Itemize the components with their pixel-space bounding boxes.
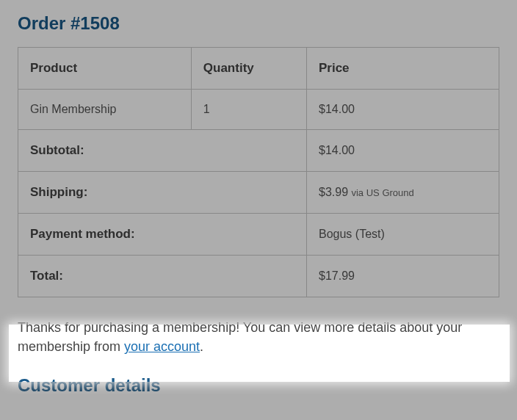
- total-label: Total:: [18, 256, 307, 297]
- table-row: Total: $17.99: [18, 256, 499, 297]
- order-details-table: Product Quantity Price Gin Membership 1 …: [18, 47, 499, 297]
- payment-label: Payment method:: [18, 214, 307, 256]
- line-item-qty: 1: [191, 90, 306, 130]
- membership-thanks-message: Thanks for purchasing a membership! You …: [18, 316, 499, 358]
- thanks-text-pre: Thanks for purchasing a membership! You …: [18, 320, 462, 354]
- table-row: Subtotal: $14.00: [18, 130, 499, 172]
- table-row: Gin Membership 1 $14.00: [18, 90, 499, 130]
- line-item-price: $14.00: [306, 90, 499, 130]
- table-row: Payment method: Bogus (Test): [18, 214, 499, 256]
- payment-value: Bogus (Test): [306, 214, 499, 256]
- subtotal-value: $14.00: [306, 130, 499, 172]
- total-value: $17.99: [306, 256, 499, 297]
- thanks-text-post: .: [200, 339, 203, 354]
- col-quantity: Quantity: [191, 48, 306, 90]
- shipping-amount: $3.99: [319, 186, 348, 198]
- line-item-name: Gin Membership: [18, 90, 192, 130]
- subtotal-label: Subtotal:: [18, 130, 307, 172]
- shipping-method: via US Ground: [351, 187, 413, 198]
- shipping-value: $3.99 via US Ground: [306, 172, 499, 214]
- table-row: Shipping: $3.99 via US Ground: [18, 172, 499, 214]
- col-price: Price: [306, 48, 499, 90]
- your-account-link[interactable]: your account: [124, 339, 200, 354]
- col-product: Product: [18, 48, 192, 90]
- customer-details-heading: Customer details: [18, 375, 499, 396]
- order-heading: Order #1508: [18, 13, 499, 34]
- shipping-label: Shipping:: [18, 172, 307, 214]
